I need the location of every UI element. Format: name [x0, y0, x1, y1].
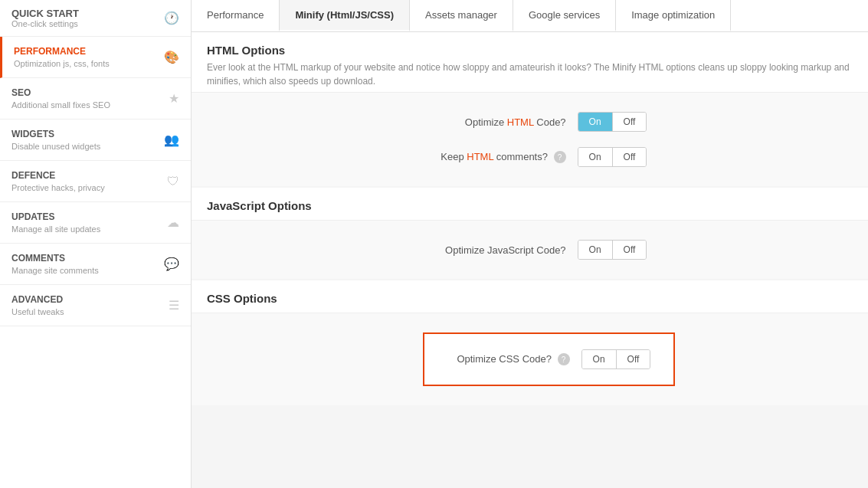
optimize-html-suffix: Code?	[534, 116, 566, 128]
sidebar-seo-subtitle: Additional small fixes SEO	[11, 100, 110, 110]
optimize-css-label-text: Optimize CSS Code?	[457, 353, 552, 365]
optimize-html-prefix: Optimize	[465, 116, 507, 128]
css-options-title: CSS Options	[207, 292, 853, 305]
tab-minify[interactable]: Minify (Html/JS/CSS)	[280, 0, 410, 31]
tab-bar: Performance Minify (Html/JS/CSS) Assets …	[192, 0, 868, 32]
sidebar-widgets-title: WIDGETS	[11, 129, 100, 139]
sidebar-item-widgets[interactable]: WIDGETS Disable unused widgets 👥	[0, 120, 191, 161]
star-icon: ★	[169, 91, 179, 106]
optimize-html-label: Optimize HTML Code?	[413, 116, 566, 128]
sidebar-comments-title: COMMENTS	[11, 253, 99, 264]
keep-html-comments-off[interactable]: Off	[612, 148, 647, 166]
sidebar-seo-title: SEO	[11, 87, 110, 98]
sidebar: QUICK START One-click settings 🕐 PERFORM…	[0, 0, 192, 488]
sidebar-defence-subtitle: Protective hacks, privacy	[11, 183, 105, 192]
tab-image[interactable]: Image optimization	[616, 0, 731, 31]
tab-google[interactable]: Google services	[513, 0, 616, 31]
list-icon: ☰	[169, 298, 179, 313]
keep-html-comments-label: Keep HTML comments? ?	[413, 151, 566, 164]
sidebar-updates-title: UPDATES	[11, 211, 100, 222]
quick-start-title: QUICK START	[11, 8, 79, 19]
chat-icon: 💬	[164, 257, 179, 271]
optimize-js-label-text: Optimize JavaScript Code?	[445, 244, 566, 256]
optimize-html-row: Optimize HTML Code? On Off	[207, 112, 853, 132]
sidebar-item-updates[interactable]: UPDATES Manage all site updates ☁	[0, 202, 191, 244]
keep-html-highlight: HTML	[467, 151, 493, 162]
sidebar-performance-title: PERFORMANCE	[14, 46, 110, 57]
html-options-body: Optimize HTML Code? On Off Keep HTML com…	[192, 93, 868, 186]
optimize-html-toggle: On Off	[578, 112, 647, 132]
sidebar-updates-subtitle: Manage all site updates	[11, 224, 100, 234]
optimize-html-off[interactable]: Off	[612, 113, 647, 131]
sidebar-advanced-subtitle: Useful tweaks	[11, 307, 64, 316]
optimize-js-row: Optimize JavaScript Code? On Off	[207, 240, 853, 260]
html-options-desc: Ever look at the HTML markup of your web…	[207, 61, 853, 88]
sidebar-defence-title: DEFENCE	[11, 170, 105, 181]
js-options-header: JavaScript Options	[192, 188, 868, 221]
paint-icon: 🎨	[164, 50, 179, 64]
quick-start-subtitle: One-click settings	[11, 19, 79, 28]
tab-assets[interactable]: Assets manager	[410, 0, 513, 31]
sidebar-item-performance[interactable]: PERFORMANCE Optimization js, css, fonts …	[0, 37, 191, 78]
keep-html-comments-toggle: On Off	[578, 147, 647, 167]
optimize-html-on[interactable]: On	[578, 113, 612, 131]
css-options-header: CSS Options	[192, 280, 868, 313]
optimize-html-highlight: HTML	[507, 116, 534, 128]
sidebar-item-seo[interactable]: SEO Additional small fixes SEO ★	[0, 78, 191, 120]
optimize-js-on[interactable]: On	[578, 241, 612, 259]
js-options-section: JavaScript Options Optimize JavaScript C…	[192, 188, 868, 279]
keep-html-help-icon[interactable]: ?	[554, 151, 566, 163]
js-options-body: Optimize JavaScript Code? On Off	[192, 221, 868, 279]
sidebar-widgets-subtitle: Disable unused widgets	[11, 142, 100, 151]
keep-html-suffix: comments?	[493, 151, 548, 162]
keep-html-comments-row: Keep HTML comments? ? On Off	[207, 147, 853, 167]
sidebar-item-defence[interactable]: DEFENCE Protective hacks, privacy 🛡	[0, 161, 191, 202]
tab-performance[interactable]: Performance	[192, 0, 280, 31]
optimize-js-label: Optimize JavaScript Code?	[413, 244, 566, 256]
optimize-css-toggle: On Off	[581, 349, 651, 369]
html-options-title: HTML Options	[207, 44, 853, 57]
sidebar-performance-subtitle: Optimization js, css, fonts	[14, 59, 110, 68]
cloud-icon: ☁	[167, 215, 179, 230]
main-content: Performance Minify (Html/JS/CSS) Assets …	[192, 0, 868, 488]
optimize-css-on[interactable]: On	[582, 350, 616, 368]
optimize-css-off[interactable]: Off	[616, 350, 650, 368]
sidebar-item-comments[interactable]: COMMENTS Manage site comments 💬	[0, 244, 191, 285]
keep-html-prefix: Keep	[441, 151, 467, 162]
html-options-header: HTML Options Ever look at the HTML marku…	[192, 32, 868, 93]
people-icon: 👥	[164, 133, 179, 147]
clock-icon: 🕐	[164, 11, 179, 25]
sidebar-comments-subtitle: Manage site comments	[11, 266, 99, 275]
optimize-css-label: Optimize CSS Code? ?	[447, 353, 570, 366]
sidebar-quick-start[interactable]: QUICK START One-click settings 🕐	[0, 0, 191, 37]
js-options-title: JavaScript Options	[207, 199, 853, 212]
optimize-css-help-icon[interactable]: ?	[558, 353, 570, 365]
shield-icon: 🛡	[167, 175, 179, 188]
css-options-section: CSS Options Optimize CSS Code? ? On Off	[192, 280, 868, 405]
optimize-js-toggle: On Off	[578, 240, 647, 260]
tab-content: HTML Options Ever look at the HTML marku…	[192, 32, 868, 488]
css-highlighted-box: Optimize CSS Code? ? On Off	[423, 332, 676, 386]
sidebar-advanced-title: ADVANCED	[11, 294, 64, 305]
sidebar-item-advanced[interactable]: ADVANCED Useful tweaks ☰	[0, 285, 191, 326]
keep-html-comments-on[interactable]: On	[578, 148, 612, 166]
optimize-js-off[interactable]: Off	[612, 241, 647, 259]
html-options-section: HTML Options Ever look at the HTML marku…	[192, 32, 868, 186]
css-options-body: Optimize CSS Code? ? On Off	[192, 313, 868, 405]
